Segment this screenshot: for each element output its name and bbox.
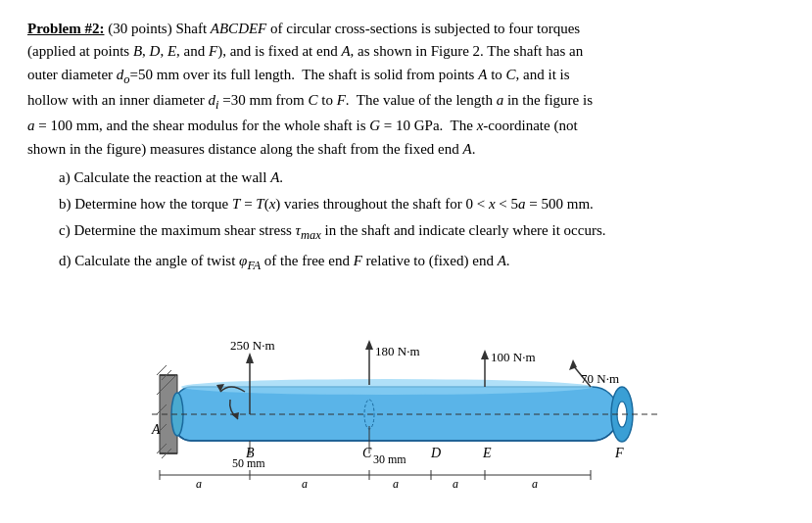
svg-text:a: a	[302, 477, 308, 491]
svg-text:a: a	[196, 477, 202, 491]
svg-text:E: E	[482, 446, 492, 460]
svg-text:C: C	[362, 446, 372, 460]
page: Problem #2: (30 points) Shaft ABCDEF of …	[0, 0, 812, 523]
svg-text:180 N·m: 180 N·m	[375, 344, 420, 358]
svg-point-11	[181, 379, 593, 395]
svg-marker-19	[246, 353, 254, 363]
sub-q-a: a) Calculate the reaction at the wall A.	[59, 166, 785, 189]
sub-questions: a) Calculate the reaction at the wall A.…	[59, 166, 785, 275]
svg-text:70 N·m: 70 N·m	[581, 371, 619, 386]
sub-q-c: c) Determine the maximum shear stress τm…	[59, 219, 785, 245]
svg-text:D: D	[430, 446, 441, 460]
svg-text:30 mm: 30 mm	[373, 452, 406, 466]
sub-q-b: b) Determine how the torque T = T(x) var…	[59, 193, 785, 215]
svg-text:A: A	[151, 422, 161, 437]
svg-text:100 N·m: 100 N·m	[491, 350, 536, 364]
svg-text:a: a	[393, 477, 399, 491]
svg-marker-25	[365, 340, 373, 350]
problem-number: Problem #2:	[27, 21, 104, 36]
sub-q-d: d) Calculate the angle of twist φFA of t…	[59, 250, 785, 275]
svg-line-3	[157, 365, 167, 375]
desc-line2: (applied at points B, D, E, and F), and …	[27, 40, 785, 63]
svg-text:250 N·m: 250 N·m	[230, 338, 275, 353]
desc-line6: shown in the figure) measures distance a…	[27, 138, 785, 161]
figure-area: 250 N·m 50 mm 180 N·m 100 N·m 70 N·m	[27, 289, 785, 495]
shaft-figure: 250 N·m 50 mm 180 N·m 100 N·m 70 N·m	[142, 289, 671, 495]
figure-container: 250 N·m 50 mm 180 N·m 100 N·m 70 N·m	[142, 289, 671, 495]
desc-line5: a = 100 mm, and the shear modulus for th…	[27, 115, 785, 137]
svg-text:B: B	[246, 446, 255, 460]
desc-line3: outer diameter do=50 mm over its full le…	[27, 64, 785, 89]
svg-text:F: F	[614, 446, 624, 460]
desc-line4: hollow with an inner diameter di =30 mm …	[27, 89, 785, 115]
svg-text:a: a	[532, 477, 538, 491]
problem-points: (30 points) Shaft ABCDEF of circular cro…	[108, 21, 580, 36]
svg-text:a: a	[453, 477, 458, 491]
problem-statement: Problem #2: (30 points) Shaft ABCDEF of …	[27, 18, 785, 161]
svg-marker-28	[481, 350, 489, 359]
